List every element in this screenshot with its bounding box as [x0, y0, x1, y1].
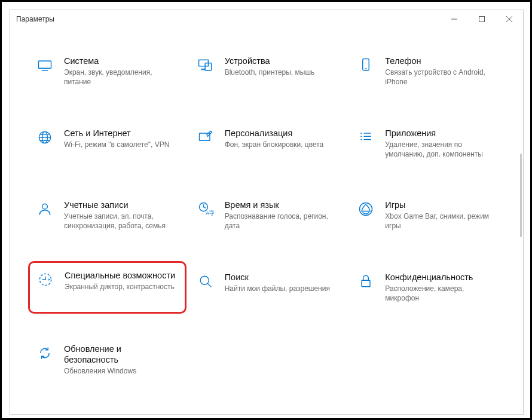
tile-personalization[interactable]: Персонализация Фон, экран блокировки, цв… — [192, 124, 341, 163]
svg-line-32 — [207, 283, 211, 287]
svg-rect-33 — [362, 280, 370, 287]
titlebar: Параметры — [10, 10, 523, 28]
tile-desc: Bluetooth, принтеры, мышь — [225, 68, 338, 77]
svg-text:A字: A字 — [206, 210, 214, 216]
close-icon — [506, 16, 512, 22]
tile-title: Приложения — [385, 128, 498, 139]
devices-icon — [196, 56, 215, 75]
tile-accounts[interactable]: Учетные записи Учетные записи, эл. почта… — [32, 196, 181, 235]
tile-devices[interactable]: Устройства Bluetooth, принтеры, мышь — [192, 52, 341, 91]
time-language-icon: A字 — [196, 200, 215, 219]
tile-update-security[interactable]: Обновление и безопасность Обновления Win… — [32, 340, 181, 379]
svg-point-8 — [201, 69, 203, 70]
tile-desc: Учетные записи, эл. почта, синхронизация… — [64, 211, 177, 231]
window-controls — [441, 10, 523, 28]
tile-title: Конфиденциальность — [385, 272, 498, 283]
tile-privacy[interactable]: Конфиденциальность Расположение, камера,… — [353, 268, 502, 307]
tile-network[interactable]: Сеть и Интернет Wi-Fi, режим "в самолете… — [32, 124, 181, 163]
personalization-icon — [196, 128, 215, 147]
maximize-icon — [479, 16, 485, 22]
search-icon — [196, 272, 215, 291]
tile-title: Специальные возможности — [65, 270, 179, 281]
tile-desc: Экранный диктор, контрастность — [65, 282, 179, 292]
tile-title: Поиск — [225, 272, 338, 283]
minimize-button[interactable] — [441, 10, 468, 28]
tile-title: Игры — [385, 200, 498, 210]
close-button[interactable] — [496, 10, 523, 28]
tile-desc: Найти мои файлы, разрешения — [225, 284, 338, 293]
tile-ease-of-access[interactable]: Специальные возможности Экранный диктор,… — [28, 261, 186, 314]
svg-rect-17 — [199, 133, 210, 140]
settings-grid: Система Экран, звук, уведомления, питани… — [32, 52, 502, 379]
tile-desc: Удаление, значения по умолчанию, доп. ко… — [385, 140, 498, 159]
tile-system[interactable]: Система Экран, звук, уведомления, питани… — [32, 52, 181, 91]
tile-time-language[interactable]: A字 Время и язык Распознавание голоса, ре… — [192, 196, 341, 235]
display-icon — [35, 56, 54, 75]
settings-window: Параметры — [10, 10, 524, 415]
svg-rect-4 — [39, 61, 51, 68]
update-icon — [35, 344, 54, 363]
tile-desc: Экран, звук, уведомления, питание — [64, 68, 177, 87]
lock-icon — [356, 272, 375, 291]
scrollbar[interactable] — [520, 154, 522, 237]
tile-apps[interactable]: Приложения Удаление, значения по умолчан… — [353, 124, 502, 163]
ease-of-access-icon — [36, 270, 55, 289]
tile-desc: Wi-Fi, режим "в самолете", VPN — [64, 140, 177, 149]
minimize-icon — [451, 16, 457, 22]
content-area: Система Экран, звук, уведомления, питани… — [10, 28, 523, 414]
tile-title: Сеть и Интернет — [64, 128, 177, 139]
tile-search[interactable]: Поиск Найти мои файлы, разрешения — [192, 268, 341, 307]
phone-icon — [356, 56, 375, 75]
screenshot-frame: Параметры — [0, 0, 532, 420]
person-icon — [35, 200, 54, 219]
tile-title: Телефон — [385, 56, 498, 66]
svg-point-31 — [200, 276, 209, 284]
globe-icon — [35, 128, 54, 147]
tile-desc: Распознавание голоса, регион, дата — [225, 211, 338, 231]
svg-point-9 — [203, 69, 204, 70]
gaming-icon — [356, 200, 375, 219]
tile-phone[interactable]: Телефон Связать устройство с Android, iP… — [353, 52, 502, 91]
svg-line-27 — [203, 207, 206, 209]
tile-title: Устройства — [225, 56, 338, 66]
tile-desc: Связать устройство с Android, iPhone — [385, 68, 498, 87]
window-title: Параметры — [16, 15, 54, 23]
svg-rect-1 — [479, 17, 485, 22]
tile-title: Обновление и безопасность — [64, 344, 177, 365]
tile-title: Учетные записи — [64, 200, 177, 210]
tile-desc: Xbox Game Bar, снимки, режим игры — [385, 211, 498, 231]
svg-point-24 — [42, 204, 48, 209]
maximize-button[interactable] — [468, 10, 496, 28]
apps-icon — [356, 128, 375, 147]
tile-title: Время и язык — [225, 200, 338, 210]
tile-desc: Обновления Windows — [64, 366, 177, 376]
tile-gaming[interactable]: Игры Xbox Game Bar, снимки, режим игры — [353, 196, 502, 235]
tile-title: Система — [64, 56, 177, 66]
tile-desc: Фон, экран блокировки, цвета — [225, 140, 338, 149]
tile-title: Персонализация — [225, 128, 338, 139]
tile-desc: Расположение, камера, микрофон — [385, 284, 498, 303]
